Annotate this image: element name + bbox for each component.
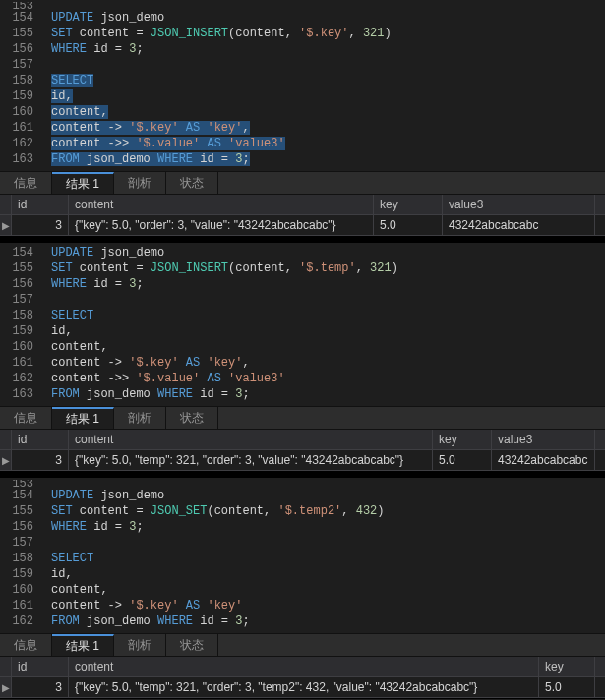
line-number: 157 [0, 535, 41, 551]
row-handle: ▶ [0, 677, 12, 697]
token: 'key' [207, 356, 242, 370]
token: ) [385, 27, 392, 40]
result-row[interactable]: ▶3{"key": 5.0, "temp": 321, "order": 3, … [0, 677, 605, 698]
result-row[interactable]: ▶3{"key": 5.0, "temp": 321, "order": 3, … [0, 450, 605, 471]
token: content, [51, 583, 108, 597]
code-area[interactable]: UPDATE json_demoSET content = JSON_INSER… [41, 2, 605, 167]
code-line: content -> '$.key' AS 'key', [51, 355, 605, 371]
token: ; [136, 42, 143, 56]
cell[interactable]: 3 [12, 677, 69, 697]
token: AS [200, 137, 228, 150]
tab-parse[interactable]: 剖析 [114, 634, 166, 656]
token: id [193, 152, 221, 166]
line-number-gutter: 153154155156157158159160161162163 [0, 2, 41, 167]
cell[interactable]: 5.0 [433, 450, 492, 470]
tab-result[interactable]: 结果 1 [52, 407, 114, 429]
token: AS [179, 356, 208, 370]
column-header[interactable]: key [539, 657, 595, 676]
token: id, [51, 89, 73, 103]
column-header[interactable]: content [69, 657, 539, 676]
column-header[interactable]: id [12, 430, 69, 449]
token: , [285, 262, 299, 275]
line-number: 157 [0, 292, 41, 308]
tab-info[interactable]: 信息 [0, 172, 52, 194]
line-number: 155 [0, 26, 41, 41]
result-grid: idcontentkeyvalue3▶3{"key": 5.0, "temp":… [0, 430, 605, 471]
tab-status[interactable]: 状态 [166, 634, 218, 656]
token: content, [51, 105, 108, 119]
tab-info[interactable]: 信息 [0, 407, 52, 429]
cell[interactable]: 3 [12, 215, 69, 235]
result-header-row: idcontentkeyvalue3 [0, 195, 605, 215]
tab-status[interactable]: 状态 [166, 407, 218, 429]
column-header[interactable]: id [12, 657, 69, 676]
token: , [285, 27, 299, 40]
tab-info[interactable]: 信息 [0, 634, 52, 656]
cell[interactable]: 5.0 [539, 677, 595, 697]
code-result-block: 153154155156157158159160161162UPDATE jso… [0, 478, 605, 699]
token: , [341, 504, 355, 518]
token: ->> [108, 372, 137, 385]
cell[interactable]: 3 [12, 450, 69, 470]
cell[interactable]: {"key": 5.0, "temp": 321, "order": 3, "t… [69, 677, 539, 697]
code-line: id, [51, 323, 605, 339]
tab-parse[interactable]: 剖析 [114, 407, 166, 429]
column-header[interactable]: id [12, 195, 69, 214]
code-editor[interactable]: 153154155156157158159160161162UPDATE jso… [0, 478, 605, 633]
token: -> [108, 121, 130, 135]
token: SET [51, 262, 73, 275]
token: json_demo [93, 11, 164, 25]
column-header[interactable]: key [374, 195, 443, 214]
code-area[interactable]: UPDATE json_demoSET content = JSON_INSER… [41, 245, 605, 402]
token: , [242, 121, 249, 135]
line-number: 153 [0, 2, 41, 10]
cell[interactable]: {"key": 5.0, "temp": 321, "order": 3, "v… [69, 450, 433, 470]
line-number: 154 [0, 10, 41, 26]
token: id, [51, 324, 73, 338]
tab-parse[interactable]: 剖析 [114, 172, 166, 194]
code-line: id, [51, 566, 605, 582]
tab-status[interactable]: 状态 [166, 172, 218, 194]
code-editor[interactable]: 153154155156157158159160161162163UPDATE … [0, 0, 605, 171]
token: = [115, 277, 129, 291]
token: WHERE [157, 614, 193, 628]
selection: id, [51, 89, 73, 103]
token: ; [242, 152, 249, 166]
column-header[interactable]: content [69, 430, 433, 449]
code-line: UPDATE json_demo [51, 10, 605, 26]
token: , [242, 356, 249, 370]
line-number: 162 [0, 371, 41, 386]
token: '$.key' [299, 27, 348, 40]
token: WHERE [157, 152, 193, 166]
cell[interactable]: 43242abcabcabc [443, 215, 595, 235]
code-editor[interactable]: 154155156157158159160161162163UPDATE jso… [0, 243, 605, 406]
token: = [221, 614, 235, 628]
token: = [221, 152, 235, 166]
line-number: 159 [0, 88, 41, 104]
code-line: SELECT [51, 73, 605, 88]
column-header[interactable]: content [69, 195, 374, 214]
token: , [264, 504, 277, 518]
token: AS [200, 372, 228, 385]
token: FROM [51, 152, 80, 166]
token: id [87, 42, 115, 56]
cell[interactable]: 43242abcabcabc [492, 450, 595, 470]
row-handle: ▶ [0, 215, 12, 235]
column-header[interactable]: key [433, 430, 492, 449]
cell[interactable]: 5.0 [374, 215, 443, 235]
tab-result[interactable]: 结果 1 [52, 172, 114, 194]
token: -> [108, 599, 130, 612]
row-handle [0, 657, 12, 676]
column-header[interactable]: value3 [443, 195, 595, 214]
result-header-row: idcontentkey [0, 657, 605, 677]
result-header-row: idcontentkeyvalue3 [0, 430, 605, 450]
code-area[interactable]: UPDATE json_demoSET content = JSON_SET(c… [41, 480, 605, 629]
result-row[interactable]: ▶3{"key": 5.0, "order": 3, "value": "432… [0, 215, 605, 236]
tab-result[interactable]: 结果 1 [52, 634, 114, 656]
column-header[interactable]: value3 [492, 430, 595, 449]
cell[interactable]: {"key": 5.0, "order": 3, "value": "43242… [69, 215, 374, 235]
token: content [214, 504, 264, 518]
token: AS [179, 599, 208, 612]
code-line: content -> '$.key' AS 'key' [51, 598, 605, 613]
code-line: content, [51, 582, 605, 598]
